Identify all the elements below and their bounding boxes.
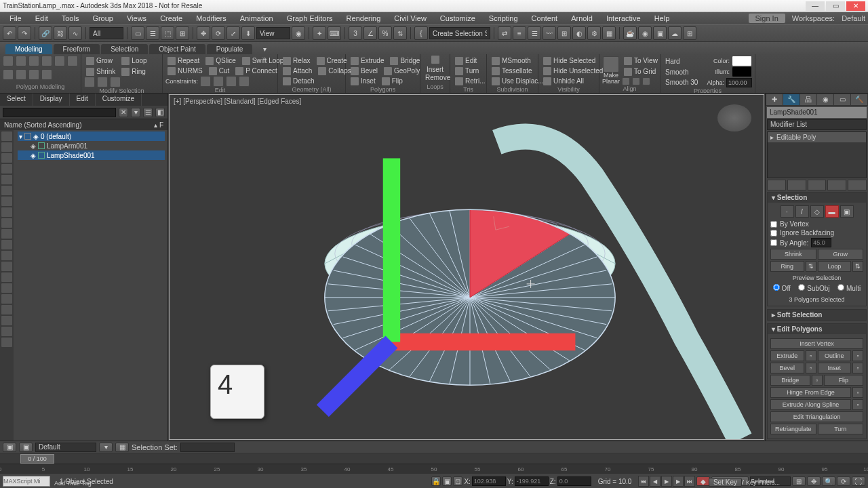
subobj-edge-icon[interactable] bbox=[28, 56, 39, 66]
isolate-icon[interactable]: ▣ bbox=[442, 476, 452, 486]
close-button[interactable]: ✕ bbox=[846, 1, 865, 11]
preview-icon[interactable] bbox=[3, 69, 14, 80]
stack-remove-icon[interactable] bbox=[827, 180, 846, 190]
ep-bevel-settings[interactable]: ▫ bbox=[806, 363, 816, 373]
scene-tab-display[interactable]: Display bbox=[33, 94, 70, 106]
ep-extrude-button[interactable]: Extrude bbox=[770, 350, 804, 361]
y-field[interactable]: -199.921 bbox=[515, 476, 549, 486]
subobj-vertex-button[interactable]: · bbox=[781, 205, 794, 218]
ep-hinge-button[interactable]: Hinge From Edge bbox=[770, 387, 851, 398]
constraint-none-icon[interactable] bbox=[200, 76, 211, 87]
subobj-polygon-button[interactable]: ▬ bbox=[825, 205, 839, 218]
subobj-vertex-icon[interactable] bbox=[16, 56, 26, 66]
ribbon-tab-modeling[interactable]: Modeling bbox=[5, 44, 52, 54]
create-button[interactable]: Create bbox=[315, 56, 349, 66]
menu-create[interactable]: Create bbox=[153, 14, 189, 22]
snap-3d-button[interactable]: 3 bbox=[349, 26, 362, 40]
alpha-spinner[interactable] bbox=[726, 78, 752, 87]
stack-pin-icon[interactable] bbox=[767, 180, 786, 190]
layer-dropdown-icon[interactable]: ▾ bbox=[99, 443, 113, 452]
detach-button[interactable]: Detach bbox=[281, 76, 317, 86]
tessellate-button[interactable]: Tessellate bbox=[490, 66, 534, 76]
subobj-poly-icon[interactable] bbox=[54, 56, 65, 66]
ep-extrudespline-settings[interactable]: ▫ bbox=[852, 399, 863, 410]
menu-rendering[interactable]: Rendering bbox=[340, 14, 388, 22]
selection-lock-icon[interactable]: ⊡ bbox=[453, 476, 462, 486]
placement-button[interactable]: ⬇ bbox=[241, 26, 255, 40]
ep-extrude-settings[interactable]: ▫ bbox=[806, 350, 816, 361]
rotate-button[interactable]: ⟳ bbox=[212, 26, 225, 40]
modifier-list-dropdown[interactable]: Modifier List bbox=[767, 119, 867, 130]
cmd-tab-hierarchy[interactable]: 品 bbox=[800, 94, 816, 105]
layers-button[interactable]: ☰ bbox=[528, 26, 541, 40]
filter-cam-icon[interactable] bbox=[1, 164, 12, 174]
msmooth-button[interactable]: MSmooth bbox=[490, 56, 533, 66]
curve-editor-button[interactable]: 〰 bbox=[542, 26, 556, 40]
menu-animation[interactable]: Animation bbox=[233, 14, 280, 22]
menu-civilview[interactable]: Civil View bbox=[387, 14, 433, 22]
menu-group[interactable]: Group bbox=[85, 14, 120, 22]
object-name-field[interactable]: LampShade001 bbox=[767, 107, 867, 118]
hideunsel-button[interactable]: Hide Unselected bbox=[541, 66, 605, 76]
undo-button[interactable]: ↶ bbox=[3, 26, 16, 40]
menu-edit[interactable]: Edit bbox=[28, 14, 55, 22]
nav-orbit-icon[interactable]: ⟳ bbox=[837, 476, 850, 486]
pivot-button[interactable]: ◉ bbox=[292, 26, 305, 40]
hidesel-button[interactable]: Hide Selected bbox=[541, 56, 597, 66]
preview-off-radio[interactable] bbox=[773, 284, 780, 291]
filter-light-icon[interactable] bbox=[1, 153, 12, 163]
constraint-normal-icon[interactable] bbox=[239, 76, 250, 87]
ep-bevel-button[interactable]: Bevel bbox=[770, 363, 804, 373]
keyfilters-button[interactable]: Key Filters... bbox=[746, 479, 780, 486]
x-field[interactable]: 102.938 bbox=[472, 476, 506, 486]
insert-button[interactable]: Insert bbox=[423, 56, 447, 73]
menu-arnold[interactable]: Arnold bbox=[564, 14, 599, 22]
modifier-stack[interactable]: ▸Editable Poly bbox=[767, 131, 867, 178]
signin-button[interactable]: Sign In bbox=[749, 14, 785, 23]
stack-show-icon[interactable] bbox=[787, 180, 806, 190]
workspace-value[interactable]: Default bbox=[842, 14, 865, 22]
backface-icon[interactable] bbox=[28, 69, 39, 80]
nav-zoom-icon[interactable]: 🔍 bbox=[822, 476, 835, 486]
cmd-tab-utilities[interactable]: 🔨 bbox=[851, 94, 867, 105]
filter-expand-icon[interactable] bbox=[1, 327, 12, 336]
rollout-selection-header[interactable]: ▾ Selection bbox=[768, 192, 866, 203]
cmd-tab-modify[interactable]: 🔧 bbox=[783, 94, 800, 105]
ep-hinge-settings[interactable]: ▫ bbox=[852, 387, 863, 398]
menu-modifiers[interactable]: Modifiers bbox=[189, 14, 233, 22]
ribbon-tab-freeform[interactable]: Freeform bbox=[54, 44, 100, 54]
selset-input[interactable] bbox=[180, 443, 235, 452]
layer-name-input[interactable] bbox=[35, 443, 96, 452]
qslice-button[interactable]: QSlice bbox=[203, 56, 237, 66]
filter-particle-icon[interactable] bbox=[1, 207, 12, 217]
ep-retri-button[interactable]: Retriangulate bbox=[770, 424, 816, 434]
menu-content[interactable]: Content bbox=[525, 14, 565, 22]
pconnect-button[interactable]: P Connect bbox=[233, 66, 279, 76]
selection-filter[interactable] bbox=[90, 27, 123, 39]
ep-inset-settings[interactable]: ▫ bbox=[852, 363, 863, 373]
select-button[interactable]: ▭ bbox=[131, 26, 144, 40]
relax-button[interactable]: Relax bbox=[281, 56, 313, 66]
stack-config-icon[interactable] bbox=[848, 180, 867, 190]
tree-item-lamparm[interactable]: ◈LampArm001 bbox=[18, 141, 165, 150]
ribbon-tab-populate[interactable]: Populate bbox=[207, 44, 252, 54]
constraint-edge-icon[interactable] bbox=[213, 76, 224, 87]
align-x-icon[interactable] bbox=[622, 77, 630, 85]
scene-search-input[interactable] bbox=[3, 108, 116, 117]
filter-none-icon[interactable] bbox=[1, 272, 12, 282]
bevel-button[interactable]: Bevel bbox=[349, 66, 380, 76]
filter-invert-icon[interactable] bbox=[1, 283, 12, 293]
ep-flip-button[interactable]: Flip bbox=[824, 375, 864, 386]
angle-snap-button[interactable]: ∠ bbox=[363, 26, 377, 40]
filter-shape-icon[interactable] bbox=[1, 142, 12, 152]
attach-button[interactable]: Attach bbox=[281, 66, 314, 76]
percent-snap-button[interactable]: % bbox=[378, 26, 392, 40]
tris-turn-button[interactable]: Turn bbox=[453, 66, 481, 76]
spinner-snap-button[interactable]: ⇅ bbox=[393, 26, 407, 40]
link-button[interactable]: 🔗 bbox=[39, 26, 52, 40]
material-editor-button[interactable]: ◐ bbox=[572, 26, 586, 40]
align-z-icon[interactable] bbox=[642, 77, 650, 85]
unlink-button[interactable]: ⛓ bbox=[54, 26, 67, 40]
filter-group-icon[interactable] bbox=[1, 218, 12, 228]
remove-button[interactable]: Remove bbox=[423, 73, 447, 83]
